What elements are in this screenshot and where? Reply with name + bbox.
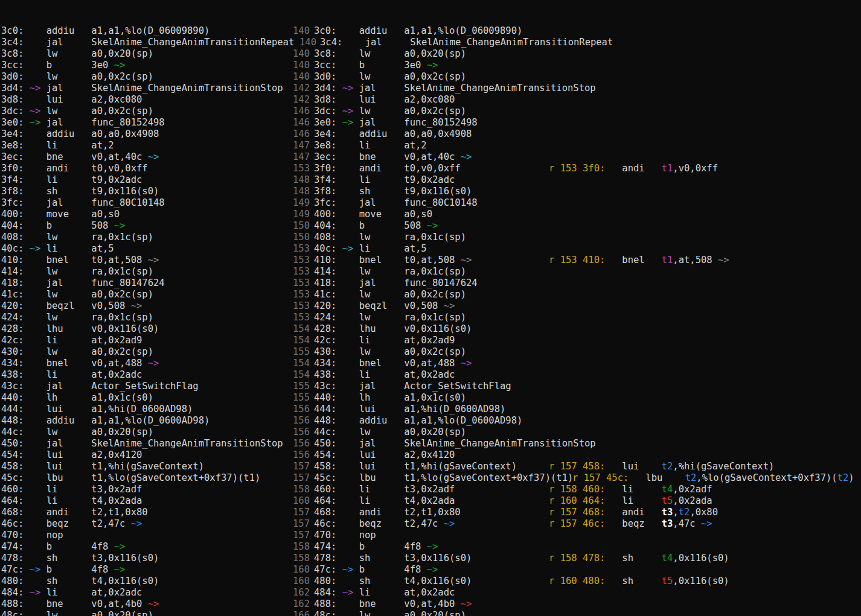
instruction-address: 48c:: [314, 610, 342, 616]
branch-arrow-icon: ~>: [114, 541, 126, 552]
register-operand: t2: [662, 461, 673, 472]
instruction-args: a1,a1,%lo(D_0600AD98): [404, 415, 522, 426]
branch-arrow-icon: ~>: [461, 599, 472, 609]
source-line-number: 166: [262, 610, 310, 616]
instruction-address: 41c:: [314, 289, 342, 300]
arrow-spacer: [577, 507, 583, 518]
source-line-number: 157: [584, 472, 601, 483]
instruction-address: 3c0:: [1, 25, 30, 36]
asm-row: 480: sh t4,0x116(s0)160480: sh t4,0x116(…: [0, 576, 861, 587]
instruction-address: 3cc:: [1, 60, 30, 71]
instruction-args: a0,0x20(sp): [404, 48, 466, 59]
arrow-spacer: [342, 60, 354, 71]
instruction-address: 3f4:: [314, 174, 342, 185]
arrow-spacer: [342, 94, 354, 105]
arrow-spacer: [342, 220, 354, 231]
instruction-args: ra,0x1c(sp): [404, 232, 466, 243]
arrow-spacer: [342, 289, 354, 300]
asm-row: 438: li at,0x2adc154438: li at,0x2adc: [0, 369, 861, 381]
instruction-address: 3f8:: [314, 186, 342, 197]
instruction-args: t0,at,508: [91, 255, 147, 265]
instruction-args: a0,0x2c(sp): [404, 71, 466, 82]
instruction-args: SkelAnime_ChangeAnimTransitionStop: [91, 438, 283, 449]
register-diff-instruction: r 157 468: andi t3,t2,0x80: [549, 507, 718, 518]
asm-row: 430: lw a0,0x2c(sp)155430: lw a0,0x2c(sp…: [0, 346, 861, 358]
arrow-spacer: [30, 37, 41, 48]
instruction-address: 43c:: [314, 381, 342, 392]
instruction-mnemonic: jal: [40, 197, 91, 208]
instruction-mnemonic: bne: [353, 599, 404, 609]
instruction-args: t0,at,508: [404, 255, 460, 265]
instruction-mnemonic: lui: [605, 461, 661, 472]
arrow-spacer: [342, 369, 354, 380]
register-diff-marker: r: [549, 163, 554, 174]
source-line-number: 153: [262, 312, 310, 323]
branch-target-arrow-icon: ~>: [30, 106, 41, 116]
instruction-args: t4,0x2ada: [91, 495, 142, 506]
instruction-address: 3dc:: [314, 106, 342, 116]
instruction-mnemonic: li: [40, 140, 91, 151]
instruction-address: 3c0:: [314, 25, 342, 36]
source-line-number: 146: [262, 129, 310, 140]
left-column-instruction: 3d4: ~> jal SkelAnime_ChangeAnimTransiti…: [1, 83, 283, 94]
source-line-number: 154: [262, 335, 310, 346]
register-operand: t1: [662, 255, 673, 265]
instruction-address: 484:: [1, 587, 30, 598]
left-column-instruction: 440: lh a1,0x1c(s0): [1, 392, 153, 404]
arrow-spacer: [342, 266, 354, 277]
asm-row: 46c: beqz t2,47c ~>15746c: beqz t2,47c ~…: [0, 518, 861, 530]
instruction-mnemonic: lui: [40, 449, 91, 460]
arrow-spacer: [342, 25, 354, 36]
register-operand: t2: [837, 472, 849, 483]
arrow-spacer: [30, 427, 41, 437]
instruction-mnemonic: sh: [40, 553, 91, 564]
instruction-args: t1,%hi(gSaveContext): [91, 461, 204, 472]
asm-row: 420: beqzl v0,508 ~>153420: beqzl v0,508…: [0, 300, 861, 312]
source-line-number: 153: [262, 300, 310, 312]
instruction-address: 3ec:: [1, 151, 30, 162]
arrow-spacer: [342, 346, 354, 357]
instruction-address: 478:: [583, 553, 605, 564]
instruction-address: 438:: [1, 369, 30, 380]
instruction-args: t1,%hi(gSaveContext): [404, 461, 517, 472]
instruction-address: 3d4:: [314, 83, 342, 94]
left-column-instruction: 3e4: addiu a0,a0,0x4908: [1, 129, 159, 140]
instruction-args: 508: [91, 220, 114, 231]
right-column-instruction: 3e8: li at,2: [314, 140, 427, 151]
instruction-args: Actor_SetSwitchFlag: [91, 381, 198, 392]
branch-arrow-icon: ~>: [461, 151, 472, 162]
instruction-args: 3e0: [91, 60, 114, 71]
branch-arrow-icon: ~>: [461, 255, 472, 265]
instruction-address: 420:: [1, 300, 30, 311]
instruction-address: 478:: [1, 553, 30, 564]
arrow-spacer: [30, 335, 41, 346]
instruction-address: 408:: [1, 232, 30, 243]
arrow-spacer: [554, 576, 560, 586]
arrow-spacer: [342, 427, 354, 437]
instruction-mnemonic: lbu: [353, 472, 404, 483]
instruction-address: 3c8:: [1, 48, 30, 59]
arrow-spacer: [554, 163, 560, 174]
instruction-address: 474:: [1, 541, 30, 552]
instruction-address: 3e0:: [1, 117, 30, 128]
instruction-address: 418:: [314, 278, 342, 288]
source-line-number: 147: [262, 151, 310, 163]
instruction-address: 468:: [583, 507, 605, 518]
instruction-mnemonic: move: [353, 209, 404, 220]
instruction-address: 464:: [314, 495, 342, 506]
right-column-instruction: 45c: lbu t1,%lo(gSaveContext+0xf37)(t1): [314, 472, 573, 484]
arrow-spacer: [342, 484, 354, 495]
source-line-number: 140: [262, 25, 310, 37]
right-column-instruction: 3e4: addiu a0,a0,0x4908: [314, 129, 472, 140]
instruction-mnemonic: jal: [40, 438, 91, 449]
right-column-instruction: 3e0: ~> jal func_80152498: [314, 117, 478, 129]
instruction-mnemonic: nop: [40, 530, 91, 541]
instruction-mnemonic: sh: [40, 186, 91, 197]
instruction-mnemonic: lh: [40, 392, 91, 403]
instruction-mnemonic: jal: [40, 117, 91, 128]
source-line-number: 158: [560, 553, 577, 564]
source-line-number: 142: [262, 94, 310, 106]
branch-arrow-icon: ~>: [427, 220, 438, 231]
source-line-number: 158: [262, 541, 310, 553]
arrow-spacer: [30, 129, 41, 139]
